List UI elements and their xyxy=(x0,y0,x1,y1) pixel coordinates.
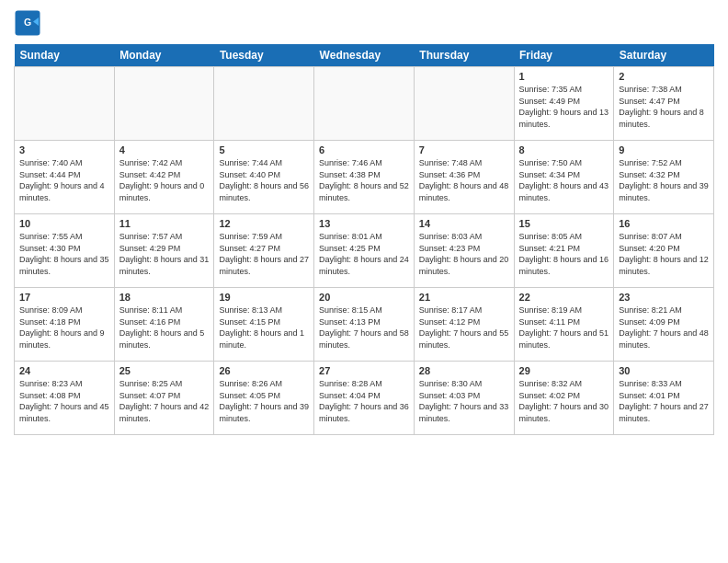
calendar-cell: 25Sunrise: 8:25 AM Sunset: 4:07 PM Dayli… xyxy=(114,362,214,435)
day-info: Sunrise: 8:21 AM Sunset: 4:09 PM Dayligh… xyxy=(619,304,709,350)
calendar-cell: 7Sunrise: 7:48 AM Sunset: 4:36 PM Daylig… xyxy=(414,141,514,214)
day-info: Sunrise: 8:25 AM Sunset: 4:07 PM Dayligh… xyxy=(119,378,210,424)
day-info: Sunrise: 7:38 AM Sunset: 4:47 PM Dayligh… xyxy=(619,84,709,130)
calendar-cell xyxy=(15,67,115,141)
day-number: 1 xyxy=(519,71,609,82)
calendar-cell: 26Sunrise: 8:26 AM Sunset: 4:05 PM Dayli… xyxy=(214,362,314,435)
calendar-cell xyxy=(414,67,514,141)
day-info: Sunrise: 8:23 AM Sunset: 4:08 PM Dayligh… xyxy=(19,378,109,424)
day-number: 24 xyxy=(19,365,109,376)
day-info: Sunrise: 7:50 AM Sunset: 4:34 PM Dayligh… xyxy=(519,157,609,203)
calendar-cell: 8Sunrise: 7:50 AM Sunset: 4:34 PM Daylig… xyxy=(514,141,614,214)
day-info: Sunrise: 7:35 AM Sunset: 4:49 PM Dayligh… xyxy=(519,84,609,130)
calendar-cell: 28Sunrise: 8:30 AM Sunset: 4:03 PM Dayli… xyxy=(414,362,514,435)
logo: G xyxy=(14,9,45,37)
calendar-cell: 5Sunrise: 7:44 AM Sunset: 4:40 PM Daylig… xyxy=(214,141,314,214)
calendar-cell: 29Sunrise: 8:32 AM Sunset: 4:02 PM Dayli… xyxy=(514,362,614,435)
calendar-cell: 11Sunrise: 7:57 AM Sunset: 4:29 PM Dayli… xyxy=(114,214,214,288)
day-number: 12 xyxy=(219,218,309,229)
day-info: Sunrise: 8:30 AM Sunset: 4:03 PM Dayligh… xyxy=(419,378,509,424)
calendar-cell: 22Sunrise: 8:19 AM Sunset: 4:11 PM Dayli… xyxy=(514,288,614,362)
calendar-cell: 15Sunrise: 8:05 AM Sunset: 4:21 PM Dayli… xyxy=(514,214,614,288)
day-number: 10 xyxy=(19,218,109,229)
calendar-table: SundayMondayTuesdayWednesdayThursdayFrid… xyxy=(14,44,714,435)
page-header: G xyxy=(14,9,714,37)
weekday-header-friday: Friday xyxy=(514,44,614,67)
day-info: Sunrise: 8:05 AM Sunset: 4:21 PM Dayligh… xyxy=(519,231,609,277)
calendar-cell xyxy=(314,67,415,141)
day-info: Sunrise: 8:15 AM Sunset: 4:13 PM Dayligh… xyxy=(319,304,409,350)
day-number: 9 xyxy=(619,144,709,155)
calendar-cell: 17Sunrise: 8:09 AM Sunset: 4:18 PM Dayli… xyxy=(15,288,115,362)
day-info: Sunrise: 7:42 AM Sunset: 4:42 PM Dayligh… xyxy=(119,157,210,203)
day-info: Sunrise: 8:33 AM Sunset: 4:01 PM Dayligh… xyxy=(619,378,709,424)
weekday-header-tuesday: Tuesday xyxy=(214,44,314,67)
day-info: Sunrise: 8:13 AM Sunset: 4:15 PM Dayligh… xyxy=(219,304,309,350)
day-info: Sunrise: 8:28 AM Sunset: 4:04 PM Dayligh… xyxy=(319,378,409,424)
day-info: Sunrise: 8:11 AM Sunset: 4:16 PM Dayligh… xyxy=(119,304,210,350)
calendar-week-2: 3Sunrise: 7:40 AM Sunset: 4:44 PM Daylig… xyxy=(15,141,714,214)
calendar-cell: 23Sunrise: 8:21 AM Sunset: 4:09 PM Dayli… xyxy=(614,288,714,362)
day-number: 14 xyxy=(419,218,509,229)
day-number: 13 xyxy=(319,218,409,229)
day-info: Sunrise: 8:19 AM Sunset: 4:11 PM Dayligh… xyxy=(519,304,609,350)
day-number: 11 xyxy=(119,218,210,229)
weekday-header-wednesday: Wednesday xyxy=(314,44,415,67)
calendar-cell: 16Sunrise: 8:07 AM Sunset: 4:20 PM Dayli… xyxy=(614,214,714,288)
calendar-week-4: 17Sunrise: 8:09 AM Sunset: 4:18 PM Dayli… xyxy=(15,288,714,362)
day-number: 27 xyxy=(319,365,409,376)
day-number: 4 xyxy=(119,144,210,155)
day-info: Sunrise: 8:26 AM Sunset: 4:05 PM Dayligh… xyxy=(219,378,309,424)
svg-text:G: G xyxy=(24,17,31,28)
calendar-cell: 21Sunrise: 8:17 AM Sunset: 4:12 PM Dayli… xyxy=(414,288,514,362)
calendar-cell: 10Sunrise: 7:55 AM Sunset: 4:30 PM Dayli… xyxy=(15,214,115,288)
calendar-week-5: 24Sunrise: 8:23 AM Sunset: 4:08 PM Dayli… xyxy=(15,362,714,435)
day-info: Sunrise: 7:44 AM Sunset: 4:40 PM Dayligh… xyxy=(219,157,309,203)
calendar-cell: 18Sunrise: 8:11 AM Sunset: 4:16 PM Dayli… xyxy=(114,288,214,362)
calendar-cell: 3Sunrise: 7:40 AM Sunset: 4:44 PM Daylig… xyxy=(15,141,115,214)
day-number: 7 xyxy=(419,144,509,155)
calendar-cell xyxy=(114,67,214,141)
calendar-header-row: SundayMondayTuesdayWednesdayThursdayFrid… xyxy=(15,44,714,67)
day-number: 5 xyxy=(219,144,309,155)
calendar-week-3: 10Sunrise: 7:55 AM Sunset: 4:30 PM Dayli… xyxy=(15,214,714,288)
calendar-cell: 27Sunrise: 8:28 AM Sunset: 4:04 PM Dayli… xyxy=(314,362,415,435)
day-info: Sunrise: 7:59 AM Sunset: 4:27 PM Dayligh… xyxy=(219,231,309,277)
day-info: Sunrise: 8:09 AM Sunset: 4:18 PM Dayligh… xyxy=(19,304,109,350)
day-number: 17 xyxy=(19,292,109,303)
day-info: Sunrise: 8:03 AM Sunset: 4:23 PM Dayligh… xyxy=(419,231,509,277)
day-info: Sunrise: 7:55 AM Sunset: 4:30 PM Dayligh… xyxy=(19,231,109,277)
calendar-cell: 14Sunrise: 8:03 AM Sunset: 4:23 PM Dayli… xyxy=(414,214,514,288)
day-number: 2 xyxy=(619,71,709,82)
calendar-cell: 19Sunrise: 8:13 AM Sunset: 4:15 PM Dayli… xyxy=(214,288,314,362)
day-number: 3 xyxy=(19,144,109,155)
calendar-cell: 20Sunrise: 8:15 AM Sunset: 4:13 PM Dayli… xyxy=(314,288,415,362)
page-container: G SundayMondayTuesdayWednesdayThursdayFr… xyxy=(0,0,728,444)
weekday-header-monday: Monday xyxy=(114,44,214,67)
day-number: 22 xyxy=(519,292,609,303)
day-info: Sunrise: 8:07 AM Sunset: 4:20 PM Dayligh… xyxy=(619,231,709,277)
day-info: Sunrise: 8:32 AM Sunset: 4:02 PM Dayligh… xyxy=(519,378,609,424)
logo-icon: G xyxy=(14,9,41,37)
day-info: Sunrise: 7:52 AM Sunset: 4:32 PM Dayligh… xyxy=(619,157,709,203)
day-number: 25 xyxy=(119,365,210,376)
day-info: Sunrise: 7:40 AM Sunset: 4:44 PM Dayligh… xyxy=(19,157,109,203)
calendar-cell: 1Sunrise: 7:35 AM Sunset: 4:49 PM Daylig… xyxy=(514,67,614,141)
day-number: 16 xyxy=(619,218,709,229)
calendar-cell: 12Sunrise: 7:59 AM Sunset: 4:27 PM Dayli… xyxy=(214,214,314,288)
day-number: 29 xyxy=(519,365,609,376)
day-number: 30 xyxy=(619,365,709,376)
day-number: 19 xyxy=(219,292,309,303)
day-number: 15 xyxy=(519,218,609,229)
calendar-cell: 24Sunrise: 8:23 AM Sunset: 4:08 PM Dayli… xyxy=(15,362,115,435)
day-number: 23 xyxy=(619,292,709,303)
day-number: 20 xyxy=(319,292,409,303)
calendar-cell: 4Sunrise: 7:42 AM Sunset: 4:42 PM Daylig… xyxy=(114,141,214,214)
day-info: Sunrise: 7:46 AM Sunset: 4:38 PM Dayligh… xyxy=(319,157,409,203)
weekday-header-sunday: Sunday xyxy=(15,44,115,67)
day-info: Sunrise: 8:17 AM Sunset: 4:12 PM Dayligh… xyxy=(419,304,509,350)
calendar-cell: 9Sunrise: 7:52 AM Sunset: 4:32 PM Daylig… xyxy=(614,141,714,214)
calendar-cell: 30Sunrise: 8:33 AM Sunset: 4:01 PM Dayli… xyxy=(614,362,714,435)
weekday-header-saturday: Saturday xyxy=(614,44,714,67)
day-info: Sunrise: 7:48 AM Sunset: 4:36 PM Dayligh… xyxy=(419,157,509,203)
